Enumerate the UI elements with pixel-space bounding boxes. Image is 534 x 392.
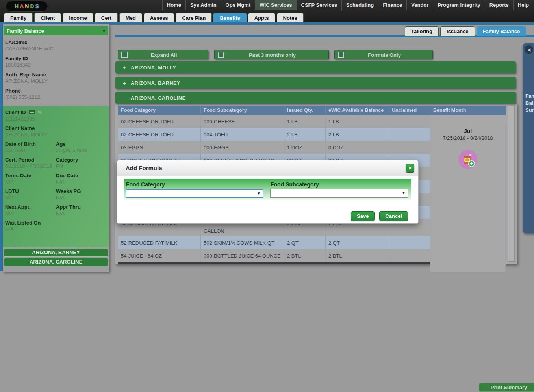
- member-button-arizona-caroline[interactable]: ARIZONA, CAROLINE: [4, 258, 108, 266]
- print-summary-button[interactable]: Print Summary: [479, 383, 534, 392]
- client-info-row: Term. DateN/ADue DateN/A: [5, 173, 107, 185]
- tab-benefits[interactable]: Benefits: [213, 13, 246, 22]
- field-age: Age20 yrs, 5 mos: [56, 141, 107, 153]
- chevron-down-icon: ▼: [402, 191, 406, 195]
- nav-item-scheduling[interactable]: Scheduling: [341, 0, 378, 10]
- filter-label: Expand All: [128, 52, 208, 58]
- tab-assess[interactable]: Assess: [144, 13, 174, 22]
- nav-item-reports[interactable]: Reports: [485, 0, 513, 10]
- field-label: Next Appt.: [5, 204, 56, 210]
- cell-category: 03-EGGS: [118, 141, 201, 154]
- cell-subcategory: 000-CHEESE: [201, 115, 284, 128]
- add-formula-icon[interactable]: [458, 150, 478, 169]
- filter-formula-only[interactable]: Formula Only: [334, 50, 433, 59]
- tab-appts[interactable]: Appts: [248, 13, 275, 22]
- checkbox-icon[interactable]: [121, 52, 128, 58]
- field-label: Phone: [5, 88, 106, 94]
- benefit-month-cell: Jul 7/25/2018 - 8/24/2018: [430, 124, 506, 272]
- nav-item-finance[interactable]: Finance: [378, 0, 406, 10]
- client-info-row: Client NameARIZONA, MOLLY: [5, 125, 107, 137]
- tab-cert[interactable]: Cert: [95, 13, 118, 22]
- nav-item-sys-admin[interactable]: Sys Admin: [185, 0, 221, 10]
- hands-logo: HANDS: [6, 1, 48, 12]
- food-subcategory-label: Food Subcategory: [270, 181, 409, 188]
- food-subcategory-select[interactable]: ▼: [270, 189, 408, 198]
- field-label: Due Date: [56, 173, 107, 178]
- close-icon[interactable]: ✕: [406, 164, 414, 173]
- tab-notes[interactable]: Notes: [277, 13, 304, 22]
- expand-icon[interactable]: +: [122, 64, 127, 71]
- filter-buttons: Expand AllPast 3 months onlyFormula Only: [118, 50, 433, 59]
- table-scrollbar[interactable]: [508, 106, 515, 262]
- logo-letter: S: [35, 3, 39, 9]
- view-tab-issuance[interactable]: Issuance: [440, 26, 475, 36]
- tab-client[interactable]: Client: [34, 13, 61, 22]
- tab-care-plan[interactable]: Care Plan: [176, 13, 212, 22]
- expand-icon[interactable]: +: [122, 80, 127, 86]
- summary-panel-label: Family Balance Summary: [525, 93, 534, 114]
- field-label: Wait Listed On: [5, 220, 107, 226]
- accordion-arizona-barney[interactable]: +ARIZONA, BARNEY: [115, 77, 516, 89]
- nav-item-csfp-services[interactable]: CSFP Services: [297, 0, 342, 10]
- cell-ewic-balance: 2 BTL: [326, 249, 389, 262]
- checkbox-icon[interactable]: [218, 52, 224, 58]
- field-appr-thru: Appr ThruN/A: [56, 204, 107, 216]
- collapse-left-icon[interactable]: ◀: [525, 45, 533, 54]
- cell-issued-qty: 1 DOZ: [284, 141, 326, 154]
- field-next-appt: Next Appt.N/A: [5, 204, 56, 216]
- logo-letter: H: [15, 3, 19, 9]
- cell-unclaimed: [389, 128, 430, 141]
- member-buttons: ARIZONA, BARNEYARIZONA, CAROLINE: [3, 247, 109, 266]
- field-value: N/A: [5, 210, 56, 216]
- view-tab-family-balance[interactable]: Family Balance: [477, 26, 527, 36]
- accordion-arizona-caroline[interactable]: −ARIZONA, CAROLINE: [115, 92, 516, 104]
- module-tabs: FamilyClientIncomeCertMedAssessCare Plan…: [4, 13, 304, 22]
- save-button[interactable]: Save: [351, 211, 375, 221]
- nav-item-ops-mgmt[interactable]: Ops Mgmt: [221, 0, 255, 10]
- cell-unclaimed: [389, 115, 430, 128]
- family-balance-summary-panel[interactable]: ◀ Family Balance Summary: [523, 43, 534, 233]
- view-tab-tailoring[interactable]: Tailoring: [405, 26, 439, 36]
- accordion-arizona-molly[interactable]: +ARIZONA, MOLLY: [115, 61, 516, 73]
- food-category-select[interactable]: ▼: [126, 189, 263, 198]
- client-info-row: Next Appt.N/AAppr ThruN/A: [5, 204, 107, 216]
- column-header-unclaimed: Unclaimed: [389, 106, 430, 115]
- card-icon[interactable]: [29, 110, 35, 115]
- member-button-arizona-barney[interactable]: ARIZONA, BARNEY: [4, 249, 108, 257]
- checkbox-icon[interactable]: [338, 52, 344, 58]
- cell-subcategory: 004-TOFU: [201, 128, 284, 141]
- cancel-button[interactable]: Cancel: [379, 211, 408, 221]
- nav-item-program-integrity[interactable]: Program Integrity: [433, 0, 484, 10]
- edit-icon[interactable]: ✎: [38, 110, 42, 115]
- family-balance-dropdown[interactable]: Family Balance ▾: [4, 26, 108, 35]
- table-header: Food CategoryFood SubcategoryIssued Qty.…: [118, 106, 506, 115]
- collapse-icon[interactable]: −: [122, 95, 127, 101]
- family-info: LA/ClinicCASA GRANDE WICFamily ID1800163…: [3, 35, 109, 106]
- modal-header: Add Formula ✕: [117, 160, 418, 176]
- field-label: Weeks PG: [56, 188, 107, 194]
- tab-med[interactable]: Med: [119, 13, 142, 22]
- field-value: 20 yrs, 5 mos: [56, 147, 107, 153]
- chevron-down-icon: ▼: [257, 191, 261, 195]
- nav-item-home[interactable]: Home: [162, 0, 185, 10]
- field-value: 180016343: [5, 62, 106, 68]
- filter-expand-all[interactable]: Expand All: [118, 50, 208, 59]
- nav-item-wic-services[interactable]: WIC Services: [255, 0, 296, 10]
- tab-family[interactable]: Family: [4, 13, 33, 22]
- nav-item-vendor[interactable]: Vendor: [406, 0, 433, 10]
- field-cert-period: Cert. Period6/1/2018 - 4/30/2019: [5, 157, 56, 169]
- field-date-of-birth: Date of Birth3/3/1998: [5, 141, 56, 153]
- field-value: ARIZONA, MOLLY: [5, 132, 107, 137]
- nav-item-help[interactable]: Help: [513, 0, 533, 10]
- field-value: N/A: [5, 195, 56, 201]
- cell-issued-qty: 2 BTL: [284, 249, 326, 262]
- tab-income[interactable]: Income: [63, 13, 93, 22]
- field-label: Category: [56, 157, 107, 163]
- field-la-clinic: LA/ClinicCASA GRANDE WIC: [5, 39, 106, 52]
- cell-category: 02-CHEESE OR TOFU: [118, 115, 201, 128]
- field-client-id: Client ID✎11111421385: [5, 110, 107, 122]
- filter-past-3-months-only[interactable]: Past 3 months only: [214, 50, 329, 59]
- client-info-row: Cert. Period6/1/2018 - 4/30/2019Category…: [5, 157, 107, 169]
- cell-subcategory: 502-SKIM/1% COWS MILK QT: [201, 236, 284, 249]
- field-due-date: Due DateN/A: [56, 173, 107, 185]
